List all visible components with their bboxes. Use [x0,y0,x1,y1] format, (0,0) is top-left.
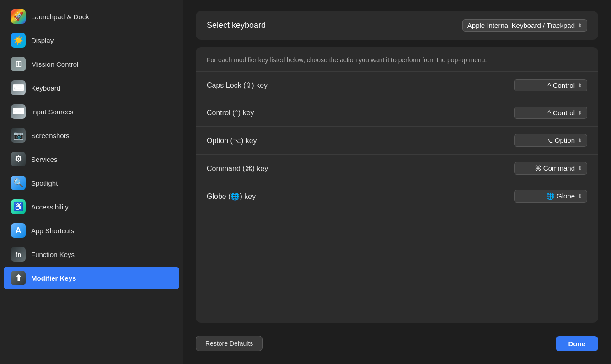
spotlight-icon: 🔍 [11,176,26,190]
modifier-label-command: Command (⌘) key [207,164,268,173]
screenshots-icon: 📷 [11,128,26,143]
app-shortcuts-icon: A [11,223,26,238]
chevron-updown-icon: ⬍ [578,22,582,29]
keyboard-label: Keyboard [31,84,60,92]
modifier-select-option[interactable]: ⌥ Option⬍ [514,134,587,147]
function-keys-icon: fn [11,247,26,262]
modifier-label-control: Control (^) key [207,109,254,117]
sidebar-item-keyboard[interactable]: ⌨Keyboard [4,76,179,99]
modifier-keys-panel: For each modifier key listed below, choo… [196,47,598,323]
sidebar-item-launchpad[interactable]: 🚀Launchpad & Dock [4,5,179,28]
modifier-value-text-control: ^ Control [547,109,575,117]
chevron-updown-icon: ⬍ [578,137,582,144]
launchpad-icon: 🚀 [11,9,26,24]
modifier-label-option: Option (⌥) key [207,136,257,145]
modifier-keys-icon: ⬆ [11,271,26,285]
sidebar-item-accessibility[interactable]: ♿Accessibility [4,195,179,218]
modifier-row-globe: Globe (🌐) key🌐 Globe⬍ [196,182,598,210]
modifier-value-text-option: ⌥ Option [545,136,575,145]
select-keyboard-label: Select keyboard [207,21,266,30]
sidebar-item-mission[interactable]: ⊞Mission Control [4,53,179,75]
services-icon: ⚙ [11,152,26,166]
modifier-row-command: Command (⌘) key⌘ Command⬍ [196,155,598,182]
info-text: For each modifier key listed below, choo… [196,47,598,72]
chevron-updown-icon: ⬍ [578,165,582,171]
sidebar-item-screenshots[interactable]: 📷Screenshots [4,124,179,147]
chevron-updown-icon: ⬍ [578,193,582,199]
sidebar-item-input-sources[interactable]: ⌨Input Sources [4,100,179,123]
input-sources-icon: ⌨ [11,104,26,119]
modifier-value-text-globe: 🌐 Globe [546,192,575,200]
sidebar-item-spotlight[interactable]: 🔍Spotlight [4,171,179,194]
modifier-select-globe[interactable]: 🌐 Globe⬍ [514,190,587,203]
sidebar-item-display[interactable]: ☀️Display [4,29,179,52]
display-label: Display [31,37,54,44]
restore-defaults-button[interactable]: Restore Defaults [196,336,263,351]
accessibility-label: Accessibility [31,203,69,211]
modifier-label-caps-lock: Caps Lock (⇪) key [207,81,268,90]
sidebar-item-services[interactable]: ⚙Services [4,148,179,171]
chevron-updown-icon: ⬍ [578,82,582,89]
modifier-select-command[interactable]: ⌘ Command⬍ [514,162,587,175]
main-content: Select keyboard Apple Internal Keyboard … [183,0,611,364]
modifier-row-control: Control (^) key^ Control⬍ [196,99,598,127]
accessibility-icon: ♿ [11,199,26,214]
modifier-keys-label: Modifier Keys [31,274,76,282]
select-keyboard-panel: Select keyboard Apple Internal Keyboard … [196,11,598,40]
sidebar: 🚀Launchpad & Dock☀️Display⊞Mission Contr… [0,0,183,364]
bottom-bar: Restore Defaults Done [196,330,598,353]
screenshots-label: Screenshots [31,132,69,139]
modifier-row-option: Option (⌥) key⌥ Option⬍ [196,127,598,155]
services-label: Services [31,155,58,163]
mission-label: Mission Control [31,60,78,68]
modifier-value-text-caps-lock: ^ Control [547,81,575,89]
done-button[interactable]: Done [556,336,599,351]
sidebar-item-modifier-keys[interactable]: ⬆Modifier Keys [4,267,179,289]
sidebar-item-app-shortcuts[interactable]: AApp Shortcuts [4,219,179,242]
modifier-label-globe: Globe (🌐) key [207,192,256,201]
modifier-rows-container: Caps Lock (⇪) key^ Control⬍Control (^) k… [196,72,598,210]
spotlight-label: Spotlight [31,179,58,187]
modifier-select-caps-lock[interactable]: ^ Control⬍ [514,79,587,91]
modifier-value-text-command: ⌘ Command [535,164,575,172]
sidebar-item-function-keys[interactable]: fnFunction Keys [4,243,179,266]
mission-icon: ⊞ [11,57,26,71]
display-icon: ☀️ [11,33,26,48]
modifier-select-control[interactable]: ^ Control⬍ [514,107,587,119]
keyboard-selector-button[interactable]: Apple Internal Keyboard / Trackpad ⬍ [462,19,587,32]
modifier-row-caps-lock: Caps Lock (⇪) key^ Control⬍ [196,72,598,99]
app-shortcuts-label: App Shortcuts [31,227,74,235]
keyboard-selected-value: Apple Internal Keyboard / Trackpad [467,21,575,29]
function-keys-label: Function Keys [31,251,75,258]
launchpad-label: Launchpad & Dock [31,13,89,21]
keyboard-icon: ⌨ [11,80,26,95]
chevron-updown-icon: ⬍ [578,110,582,116]
input-sources-label: Input Sources [31,108,74,116]
